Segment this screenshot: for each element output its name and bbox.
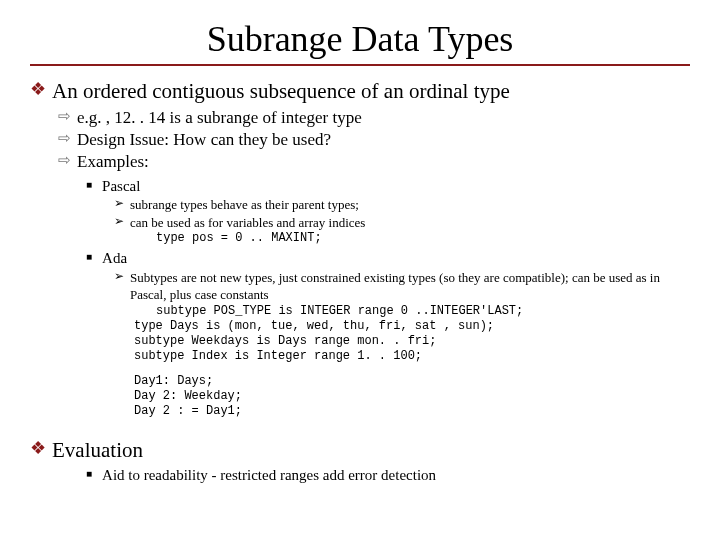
bullet-l1-evaluation: ❖ Evaluation (30, 437, 690, 463)
square-icon: ■ (86, 180, 92, 190)
code-ada-d1: Day1: Days; (134, 374, 690, 389)
text-design: Design Issue: How can they be used? (77, 129, 331, 151)
text-pascal: Pascal (102, 177, 140, 197)
bullet-l3-eval1: ■ Aid to readability - restricted ranges… (86, 466, 690, 486)
text-ada: Ada (102, 249, 127, 269)
code-ada-d2: Day 2: Weekday; (134, 389, 690, 404)
arrow-hollow-icon: ⇨ (58, 131, 71, 146)
code-ada-4: subtype Index is Integer range 1. . 100; (134, 349, 690, 364)
bullet-l4-pascal2: ➢ can be used as for variables and array… (114, 214, 690, 232)
square-icon: ■ (86, 469, 92, 479)
title-rule (30, 64, 690, 66)
code-pascal: type pos = 0 .. MAXINT; (156, 231, 690, 246)
text-eg: e.g. , 12. . 14 is a subrange of integer… (77, 107, 362, 129)
code-ada-3: subtype Weekdays is Days range mon. . fr… (134, 334, 690, 349)
code-ada-1: subtype POS_TYPE is INTEGER range 0 ..IN… (156, 304, 690, 319)
arrow-fill-icon: ➢ (114, 197, 124, 209)
code-ada-2: type Days is (mon, tue, wed, thu, fri, s… (134, 319, 690, 334)
text-pascal2: can be used as for variables and array i… (130, 214, 365, 232)
bullet-l2-examples: ⇨ Examples: (58, 151, 690, 173)
bullet-l1-definition: ❖ An ordered contiguous subsequence of a… (30, 78, 690, 104)
arrow-hollow-icon: ⇨ (58, 153, 71, 168)
bullet-l4-pascal1: ➢ subrange types behave as their parent … (114, 196, 690, 214)
arrow-fill-icon: ➢ (114, 270, 124, 282)
arrow-fill-icon: ➢ (114, 215, 124, 227)
text-pascal1: subrange types behave as their parent ty… (130, 196, 359, 214)
diamond-icon: ❖ (30, 439, 46, 457)
bullet-l2-eg: ⇨ e.g. , 12. . 14 is a subrange of integ… (58, 107, 690, 129)
bullet-l4-ada1: ➢ Subtypes are not new types, just const… (114, 269, 690, 304)
text-definition: An ordered contiguous subsequence of an … (52, 78, 510, 104)
text-examples: Examples: (77, 151, 149, 173)
text-ada1: Subtypes are not new types, just constra… (130, 269, 690, 304)
bullet-l2-design: ⇨ Design Issue: How can they be used? (58, 129, 690, 151)
arrow-hollow-icon: ⇨ (58, 109, 71, 124)
code-ada-d3: Day 2 : = Day1; (134, 404, 690, 419)
bullet-l3-pascal: ■ Pascal (86, 177, 690, 197)
text-eval1: Aid to readability - restricted ranges a… (102, 466, 436, 486)
square-icon: ■ (86, 252, 92, 262)
text-evaluation: Evaluation (52, 437, 143, 463)
slide-title: Subrange Data Types (30, 18, 690, 60)
diamond-icon: ❖ (30, 80, 46, 98)
bullet-l3-ada: ■ Ada (86, 249, 690, 269)
